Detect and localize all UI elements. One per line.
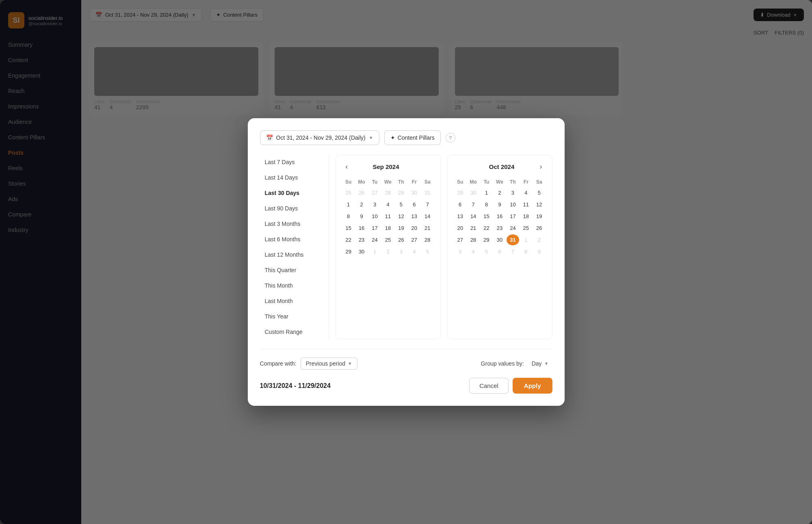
cal-day[interactable]: 15 [480,211,492,222]
modal-help-button[interactable]: ? [446,133,455,143]
cal-day[interactable]: 2 [533,234,545,245]
cal-day[interactable]: 6 [408,199,420,210]
cal-day[interactable]: 28 [421,234,433,245]
cal-day[interactable]: 27 [454,234,466,245]
cal-day[interactable]: 4 [408,246,420,257]
cal-day[interactable]: 12 [395,211,407,222]
cal-day[interactable]: 18 [520,211,532,222]
cal-day[interactable]: 9 [533,246,545,257]
cal-day[interactable]: 3 [395,246,407,257]
cal-day[interactable]: 5 [421,246,433,257]
cal-day[interactable]: 3 [368,199,381,210]
cal-day[interactable]: 5 [395,199,407,210]
cal-day[interactable]: 10 [368,211,381,222]
cal-day[interactable]: 14 [421,211,433,222]
cal-day[interactable]: 8 [520,246,532,257]
cal-day[interactable]: 30 [494,234,506,245]
preset-custom-range[interactable]: Custom Range [260,325,322,339]
cal-day[interactable]: 11 [520,199,532,210]
cal-day[interactable]: 9 [494,199,506,210]
preset-last-3-months[interactable]: Last 3 Months [260,217,322,231]
cal-day[interactable]: 3 [454,246,466,257]
preset-this-month[interactable]: This Month [260,278,322,293]
preset-this-year[interactable]: This Year [260,309,322,324]
cal-day[interactable]: 14 [467,211,479,222]
cal-day[interactable]: 7 [467,199,479,210]
cal-day[interactable]: 26 [355,187,368,198]
cal-day[interactable]: 7 [421,199,433,210]
cal-day[interactable]: 4 [467,246,479,257]
cal-day[interactable]: 9 [355,211,368,222]
cal-day[interactable]: 12 [533,199,545,210]
cal-day[interactable]: 19 [395,223,407,234]
cal-day[interactable]: 30 [467,187,479,198]
cal-day[interactable]: 13 [408,211,420,222]
preset-last-month[interactable]: Last Month [260,294,322,308]
cal-day[interactable]: 29 [454,187,466,198]
cal-day[interactable]: 24 [368,234,381,245]
cal-day[interactable]: 28 [382,187,394,198]
cal-day[interactable]: 30 [355,246,368,257]
preset-last-30-days[interactable]: Last 30 Days [260,186,322,200]
cal-day[interactable]: 8 [342,211,355,222]
cal-day[interactable]: 27 [408,234,420,245]
cal-day[interactable]: 13 [454,211,466,222]
cancel-button[interactable]: Cancel [469,378,509,394]
cal-day[interactable]: 17 [368,223,381,234]
cal-day[interactable]: 5 [480,246,492,257]
cal-day[interactable]: 10 [507,199,519,210]
cal-day[interactable]: 29 [480,234,492,245]
preset-this-quarter[interactable]: This Quarter [260,263,322,277]
cal-day[interactable]: 7 [507,246,519,257]
cal-day[interactable]: 31 [421,187,433,198]
cal-day[interactable]: 11 [382,211,394,222]
preset-last-7-days[interactable]: Last 7 Days [260,155,322,169]
compare-select[interactable]: Previous period ▼ [301,357,357,370]
cal-day[interactable]: 8 [480,199,492,210]
cal-day[interactable]: 2 [382,246,394,257]
cal-day[interactable]: 20 [454,223,466,234]
modal-content-pillars-button[interactable]: ✦ Content Pillars [384,130,441,145]
preset-last-12-months[interactable]: Last 12 Months [260,247,322,262]
apply-button[interactable]: Apply [513,378,552,394]
cal-day[interactable]: 29 [342,246,355,257]
cal-day[interactable]: 15 [342,223,355,234]
cal-prev-button[interactable]: ‹ [342,162,351,172]
preset-last-14-days[interactable]: Last 14 Days [260,170,322,185]
cal-day[interactable]: 4 [520,187,532,198]
cal-day[interactable]: 18 [382,223,394,234]
cal-day[interactable]: 22 [480,223,492,234]
cal-day[interactable]: 26 [395,234,407,245]
cal-day[interactable]: 24 [507,223,519,234]
cal-day-selected-31[interactable]: 31 [507,234,519,245]
cal-day[interactable]: 4 [382,199,394,210]
cal-day[interactable]: 25 [342,187,355,198]
cal-day[interactable]: 1 [520,234,532,245]
cal-day[interactable]: 2 [494,187,506,198]
cal-day[interactable]: 20 [408,223,420,234]
cal-day[interactable]: 16 [494,211,506,222]
cal-day[interactable]: 3 [507,187,519,198]
cal-day[interactable]: 26 [533,223,545,234]
cal-day[interactable]: 29 [395,187,407,198]
cal-day[interactable]: 1 [368,246,381,257]
cal-day[interactable]: 21 [421,223,433,234]
modal-date-trigger[interactable]: 📅 Oct 31, 2024 - Nov 29, 2024 (Daily) ▼ [260,130,379,145]
cal-day[interactable]: 1 [480,187,492,198]
cal-day[interactable]: 27 [368,187,381,198]
cal-day[interactable]: 25 [382,234,394,245]
cal-day[interactable]: 30 [408,187,420,198]
preset-last-90-days[interactable]: Last 90 Days [260,201,322,216]
group-values-select[interactable]: Day ▼ [528,357,552,370]
cal-day[interactable]: 23 [355,234,368,245]
cal-next-button[interactable]: › [536,162,545,172]
cal-day[interactable]: 1 [342,199,355,210]
cal-day[interactable]: 6 [494,246,506,257]
cal-day[interactable]: 22 [342,234,355,245]
cal-day[interactable]: 25 [520,223,532,234]
cal-day[interactable]: 5 [533,187,545,198]
preset-last-6-months[interactable]: Last 6 Months [260,232,322,247]
cal-day[interactable]: 23 [494,223,506,234]
cal-day[interactable]: 28 [467,234,479,245]
cal-day[interactable]: 16 [355,223,368,234]
